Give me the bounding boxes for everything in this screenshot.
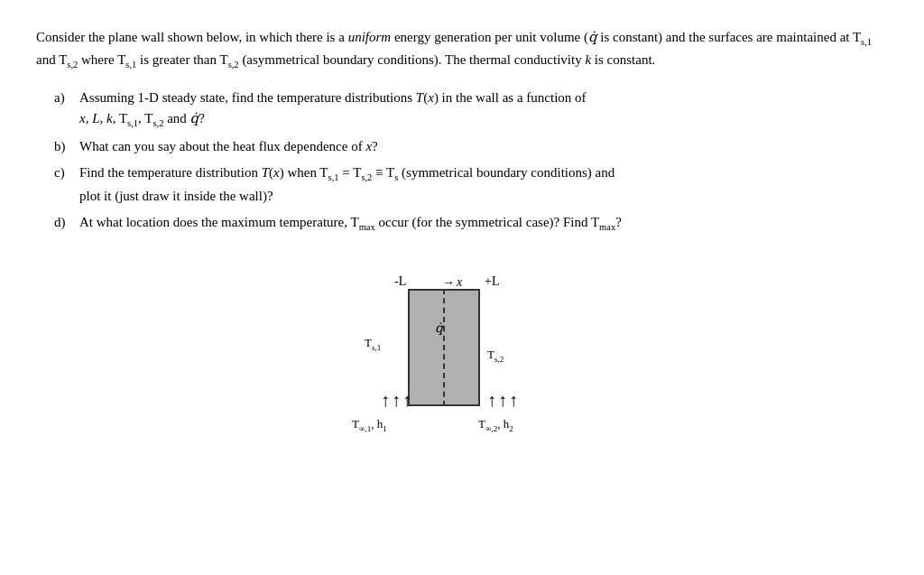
ts2-sub: s,2 (67, 60, 78, 70)
label-minus-l: -L (394, 274, 406, 289)
question-c-text: Find the temperature distribution T(x) w… (79, 162, 888, 207)
question-d-label: d) (54, 212, 79, 233)
ts1-sub: s,1 (861, 37, 872, 47)
ts2b-sub: s,2 (228, 60, 239, 70)
question-b-text: What can you say about the heat flux dep… (79, 136, 888, 157)
arrows-left: ↑↑↑ (381, 390, 413, 411)
ts2-diagram-sub: s,2 (494, 355, 504, 364)
bottom-label-right: T∞,2, h2 (478, 417, 513, 433)
ts2-diagram-label: Ts,2 (487, 348, 504, 364)
h1-sub: 1 (383, 424, 387, 433)
question-c-label: c) (54, 162, 79, 183)
ts1-diagram-label: Ts,1 (365, 336, 381, 352)
ts1-diagram-sub: s,1 (372, 343, 381, 352)
qdot-symbol: q̇ (588, 30, 597, 44)
x-label: x (457, 275, 462, 290)
qdot-diagram-label: q̇ (435, 320, 443, 336)
question-d-text: At what location does the maximum temper… (79, 212, 888, 235)
t-inf2-sub: ∞,2 (485, 424, 497, 433)
question-a-text: Assuming 1-D steady state, find the temp… (79, 88, 888, 132)
k-symbol: k (585, 52, 591, 67)
question-a: a) Assuming 1-D steady state, find the t… (54, 88, 888, 132)
label-plus-l: +L (485, 274, 499, 289)
questions-list: a) Assuming 1-D steady state, find the t… (54, 88, 888, 236)
intro-paragraph: Consider the plane wall shown below, in … (36, 27, 888, 73)
x-axis-arrow-symbol: → (442, 275, 455, 290)
main-content: Consider the plane wall shown below, in … (36, 27, 888, 442)
question-d: d) At what location does the maximum tem… (54, 212, 888, 235)
center-line (443, 289, 445, 406)
arrows-right: ↑↑↑ (487, 390, 520, 411)
diagram: -L → x +L q̇ Ts,1 Ts,2 ↑↑↑ ↑↑↑ (309, 271, 615, 442)
t-inf1-sub: ∞,1 (359, 424, 371, 433)
uniform-text: uniform (348, 30, 392, 44)
h2-sub: 2 (509, 424, 513, 433)
qdot-bar-symbol: q̇ (435, 321, 443, 335)
diagram-area: -L → x +L q̇ Ts,1 Ts,2 ↑↑↑ ↑↑↑ (36, 262, 888, 442)
question-c: c) Find the temperature distribution T(x… (54, 162, 888, 207)
intro-text: Consider the plane wall shown below, in … (36, 27, 888, 73)
ts1b-sub: s,1 (125, 60, 136, 70)
question-b: b) What can you say about the heat flux … (54, 136, 888, 157)
x-axis-group: → x (442, 275, 462, 290)
question-a-label: a) (54, 88, 79, 108)
bottom-label-left: T∞,1, h1 (352, 417, 387, 433)
question-b-label: b) (54, 136, 79, 157)
